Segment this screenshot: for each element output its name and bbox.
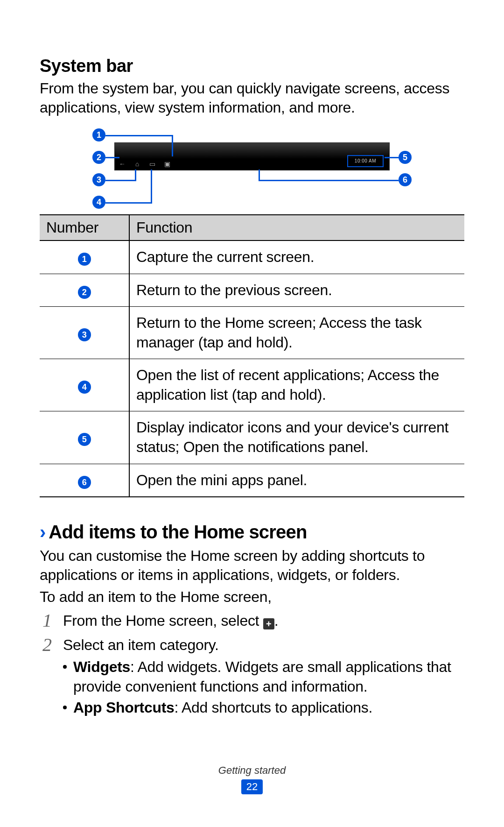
back-icon: ← <box>119 160 126 168</box>
row-number: 4 <box>78 381 91 394</box>
recent-icon: ▭ <box>149 160 155 168</box>
page-number: 22 <box>241 779 263 794</box>
row-number: 3 <box>78 328 91 341</box>
add-items-intro: You can customise the Home screen by add… <box>40 546 464 585</box>
step1-text-post: . <box>274 612 279 629</box>
shortcuts-text: : Add shortcuts to applications. <box>175 699 372 716</box>
function-table: Number Function 1 Capture the current sc… <box>40 214 464 497</box>
step-body: From the Home screen, select +. <box>63 611 464 631</box>
widgets-label: Widgets <box>73 658 130 675</box>
table-row: 6 Open the mini apps panel. <box>40 464 464 497</box>
th-function: Function <box>129 215 464 240</box>
callout-6: 6 <box>399 173 412 186</box>
page-footer: Getting started 22 <box>0 764 504 794</box>
row-function: Capture the current screen. <box>129 240 464 274</box>
step-number: 1 <box>40 611 55 631</box>
step-1: 1 From the Home screen, select +. <box>40 611 464 631</box>
table-row: 4 Open the list of recent applications; … <box>40 359 464 411</box>
capture-icon: ▣ <box>164 160 170 168</box>
plus-icon: + <box>263 618 274 629</box>
row-function: Open the list of recent applications; Ac… <box>129 359 464 411</box>
callout-2: 2 <box>92 151 105 164</box>
step-body: Select an item category. Widgets: Add wi… <box>63 636 464 718</box>
table-row: 3 Return to the Home screen; Access the … <box>40 307 464 359</box>
row-function: Return to the previous screen. <box>129 274 464 307</box>
add-items-lead: To add an item to the Home screen, <box>40 587 464 607</box>
system-bar-heading: System bar <box>40 56 464 76</box>
step2-text: Select an item category. <box>63 636 219 653</box>
system-bar-left-icons: ← ⌂ ▭ ▣ <box>119 158 170 170</box>
row-number: 2 <box>78 286 91 299</box>
table-row: 1 Capture the current screen. <box>40 240 464 274</box>
row-number: 6 <box>78 476 91 489</box>
system-bar-diagram: ← ⌂ ▭ ▣ 10:00 AM 1 2 3 4 5 6 <box>84 129 420 209</box>
bullet-shortcuts: App Shortcuts: Add shortcuts to applicat… <box>63 698 464 718</box>
row-function: Open the mini apps panel. <box>129 464 464 497</box>
widgets-text: : Add widgets. Widgets are small applica… <box>73 658 451 695</box>
shortcuts-label: App Shortcuts <box>73 699 175 716</box>
chevron-icon: › <box>40 523 46 541</box>
th-number: Number <box>40 215 129 240</box>
system-bar-intro: From the system bar, you can quickly nav… <box>40 79 464 117</box>
callout-1: 1 <box>92 128 105 141</box>
bullet-icon <box>63 665 67 669</box>
bullet-icon <box>63 706 67 709</box>
callout-5: 5 <box>399 151 412 164</box>
row-number: 1 <box>78 253 91 266</box>
row-number: 5 <box>78 433 91 446</box>
callout-4: 4 <box>92 196 105 209</box>
row-function: Display indicator icons and your device'… <box>129 411 464 464</box>
step-number: 2 <box>40 636 55 718</box>
add-items-heading: Add items to the Home screen <box>49 522 307 543</box>
step1-text-pre: From the Home screen, select <box>63 612 263 629</box>
table-row: 2 Return to the previous screen. <box>40 274 464 307</box>
table-row: 5 Display indicator icons and your devic… <box>40 411 464 464</box>
time-indicator: 10:00 AM <box>347 155 384 167</box>
callout-3: 3 <box>92 173 105 186</box>
footer-section: Getting started <box>0 764 504 777</box>
bullet-widgets: Widgets: Add widgets. Widgets are small … <box>63 657 464 696</box>
home-icon: ⌂ <box>134 160 140 168</box>
row-function: Return to the Home screen; Access the ta… <box>129 307 464 359</box>
step-2: 2 Select an item category. Widgets: Add … <box>40 636 464 718</box>
